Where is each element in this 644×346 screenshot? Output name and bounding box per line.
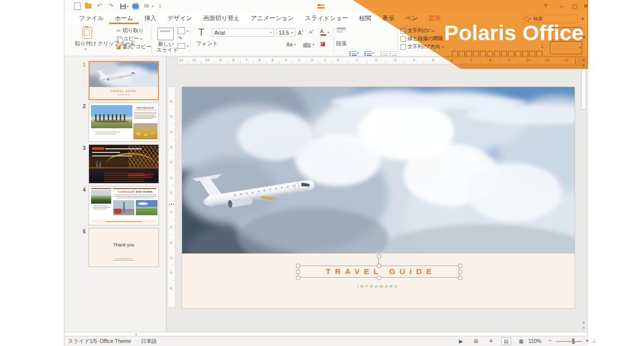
language-indicator[interactable]: 日本語 <box>141 338 157 345</box>
next-slide-button[interactable]: ≍ <box>581 326 587 330</box>
section-button[interactable]: ▾ <box>178 43 189 49</box>
outline-view-button[interactable]: ≜ <box>486 337 496 345</box>
menu-tab-home[interactable]: ホーム <box>109 13 139 24</box>
format-painter-button[interactable]: 書式^コピー <box>116 43 151 50</box>
redo-button[interactable]: ↷ <box>106 2 115 10</box>
font-name-combo[interactable]: Arial▾ <box>212 28 274 37</box>
paragraph-group-icon <box>337 28 346 36</box>
font-color-button[interactable]: A <box>320 28 327 36</box>
ruler-number: 10 <box>205 58 210 62</box>
slide-editing-area[interactable]: TRAVEL GUIDE INFRAWARE <box>182 86 575 309</box>
ruler-number: 4 <box>168 255 174 260</box>
paste-button[interactable]: 貼り付け <box>75 40 97 47</box>
grid-view-button[interactable]: ▦ <box>516 337 526 345</box>
menu-tab-slideshow[interactable]: スライドショー <box>299 13 354 24</box>
slide-thumbnail-3[interactable] <box>89 144 159 184</box>
thumb4-heading: 'Lorem ipsum' dolor sit amet, <box>113 190 157 193</box>
slide-number: 3 <box>76 145 86 151</box>
menu-tab-animation[interactable]: アニメーション <box>245 13 299 24</box>
slide-layout-button[interactable]: ▾ <box>178 27 189 34</box>
subtitle-text[interactable]: INFRAWARE <box>182 284 575 289</box>
zoom-out-button[interactable]: − <box>548 337 551 343</box>
selection-handle-ne[interactable] <box>458 264 462 268</box>
ruler-tick <box>173 169 175 170</box>
slide-number: 4 <box>76 187 86 193</box>
menu-tab-transition[interactable]: 画面切り替え <box>198 13 246 24</box>
format-painter-icon <box>116 45 121 49</box>
ruler-tick <box>367 62 367 63</box>
paste-dropdown[interactable]: ▾ <box>85 47 87 51</box>
selection-handle-sw[interactable] <box>296 276 300 280</box>
sorter-view-button[interactable]: ⊞ <box>471 337 481 345</box>
theme-indicator[interactable]: Office Theme <box>100 338 131 344</box>
ruler-tick <box>214 62 214 63</box>
thumb5-text: Thank you <box>89 242 158 247</box>
normal-view-button[interactable]: ▤ <box>501 337 511 345</box>
selection-handle-e[interactable] <box>458 270 462 274</box>
print-button[interactable] <box>131 2 140 10</box>
ruler-number: 0 <box>168 190 174 195</box>
selection-handle-se[interactable] <box>458 276 462 280</box>
increase-font-button[interactable]: A˄ <box>298 29 303 36</box>
slide-clouds-photo <box>182 87 575 253</box>
rotation-handle[interactable] <box>377 254 381 258</box>
ruler-tick <box>173 296 175 296</box>
slideshow-view-button[interactable]: ▶ <box>456 337 466 345</box>
ruler-number: 5 <box>272 58 274 62</box>
font-size-combo[interactable]: 13.5▾ <box>276 28 295 37</box>
slide-thumbnail-1[interactable]: TRAVEL GUIDE <box>89 61 159 100</box>
copy-button[interactable]: コピー ▾ <box>117 35 142 42</box>
polaris-logo-icon <box>317 4 325 9</box>
zoom-in-button[interactable]: + <box>586 337 589 343</box>
reset-slide-button[interactable]: ↷ <box>178 35 182 42</box>
ruler-tick <box>332 62 332 63</box>
ruler-tick <box>292 62 293 63</box>
ruler-number: 6 <box>168 286 174 290</box>
mail-dropdown[interactable]: ▾ <box>150 2 155 10</box>
open-folder-icon <box>85 4 92 9</box>
menu-tab-insert[interactable]: 挿入 <box>139 13 162 24</box>
save-dropdown[interactable]: ▾ <box>125 2 130 10</box>
slide-thumbnail-2[interactable]: Introduction <box>89 103 159 142</box>
menu-tab-design[interactable]: デザイン <box>162 13 198 24</box>
thumb1-clouds-image <box>90 62 158 87</box>
char-spacing-button[interactable]: abc▾ <box>303 42 314 47</box>
ruler-tick <box>348 62 348 63</box>
slide-indicator: スライド1/5 <box>68 338 97 345</box>
new-slide-button-line2[interactable]: スライド <box>156 47 178 54</box>
ruler-number: 6 <box>168 99 174 104</box>
open-button[interactable] <box>84 2 93 10</box>
vertical-scrollbar[interactable]: ≍ ▲ ▼ ≍ <box>581 56 587 332</box>
new-document-button[interactable] <box>72 2 82 10</box>
scrollbar-thumb[interactable] <box>581 68 586 110</box>
ruler-number: 2 <box>168 160 174 164</box>
selection-handle-nw[interactable] <box>296 264 300 268</box>
change-case-button[interactable]: Aa▾ <box>286 42 296 47</box>
ruler-tick <box>424 62 424 63</box>
menu-tab-review[interactable]: 校閲 <box>354 13 377 24</box>
ruler-number: 3 <box>298 58 300 62</box>
font-color-dropdown[interactable]: ▾ <box>328 31 330 34</box>
selection-handle-s[interactable] <box>377 276 381 280</box>
cut-button[interactable]: ✂切り取り <box>116 27 144 34</box>
status-bar: スライド1/5 Office Theme 日本語 ▶⊞≜▤▦ 110% − + <box>64 336 588 346</box>
layout-icon <box>178 27 185 34</box>
ruler-number: 3 <box>168 240 174 244</box>
slide-thumbnail-4[interactable]: 'Lorem ipsum' dolor sit amet, <box>89 186 159 225</box>
ruler-number: 1 <box>324 58 326 62</box>
menu-tab-file[interactable]: ファイル <box>73 13 109 24</box>
scroll-down-arrow[interactable]: ▼ <box>581 321 587 325</box>
quick-access-options-button[interactable]: ▾ <box>157 2 163 10</box>
undo-button[interactable]: ↶ <box>95 2 104 10</box>
zoom-slider-thumb[interactable] <box>572 338 575 344</box>
zoom-slider[interactable] <box>556 341 582 342</box>
selection-handle-n[interactable] <box>377 264 381 268</box>
resize-grip[interactable] <box>591 339 595 343</box>
ruler-tick <box>305 62 306 63</box>
decrease-font-button[interactable]: A˅ <box>309 29 314 35</box>
clear-format-button[interactable] <box>320 42 325 46</box>
slide-thumbnail-5[interactable]: Thank you <box>89 228 159 267</box>
section-icon <box>178 43 185 49</box>
font-group-label: フォント <box>196 40 218 47</box>
selection-handle-w[interactable] <box>296 270 300 274</box>
